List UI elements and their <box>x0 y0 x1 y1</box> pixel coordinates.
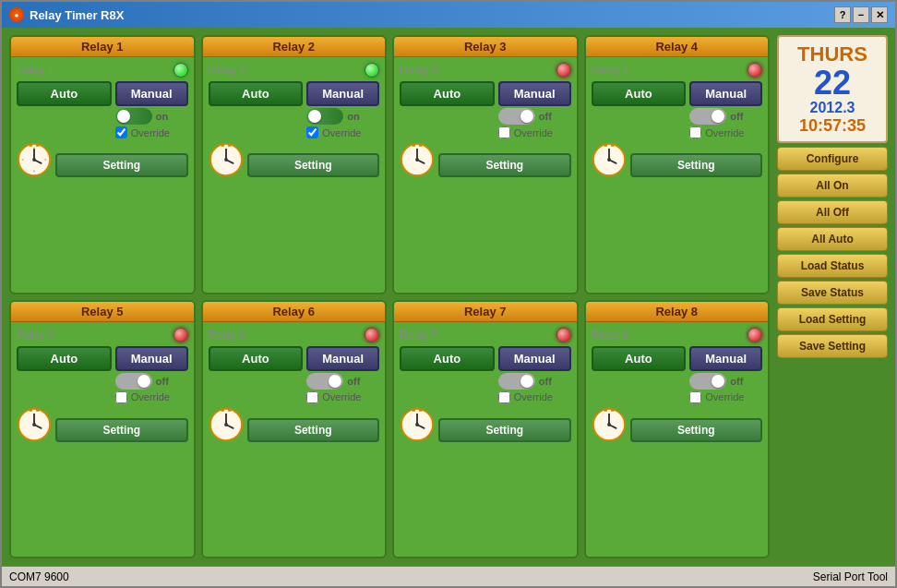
relay-4-status-row: Relay 4 <box>592 63 763 78</box>
relay-row-2: Relay 5 Relay 5 Auto Manual <box>9 300 770 559</box>
relay-1-auto-button[interactable]: Auto <box>17 81 112 106</box>
relay-8-manual-col: Manual off Overri <box>689 346 762 403</box>
save-status-button[interactable]: Save Status <box>777 281 888 305</box>
relay-1-override-checkbox[interactable] <box>115 126 127 138</box>
relay-4-toggle[interactable] <box>689 108 726 125</box>
relay-1-toggle[interactable] <box>115 108 152 125</box>
status-bar: COM7 9600 Serial Port Tool <box>2 566 895 586</box>
relay-5-toggle-label: off <box>156 376 169 387</box>
save-setting-button[interactable]: Save Setting <box>777 334 888 358</box>
relay-7-manual-button[interactable]: Manual <box>498 346 571 371</box>
relay-7-auto-button[interactable]: Auto <box>400 346 495 371</box>
relay-5-manual-button[interactable]: Manual <box>115 346 188 371</box>
relay-2-auto-button[interactable]: Auto <box>209 81 304 106</box>
relay-8-toggle-knob <box>712 375 724 388</box>
relay-5-toggle[interactable] <box>115 373 152 390</box>
relay-2-toggle-label: on <box>347 111 359 122</box>
load-status-button[interactable]: Load Status <box>777 254 888 278</box>
relays-container: Relay 1 Relay 1 Auto Manual <box>9 35 770 558</box>
relay-row-1: Relay 1 Relay 1 Auto Manual <box>9 35 770 294</box>
relay-8-override-checkbox[interactable] <box>689 391 701 403</box>
relay-5-body: Relay 5 Auto Manual <box>11 322 194 558</box>
relay-5-setting-button[interactable]: Setting <box>55 418 188 442</box>
relay-4-manual-button[interactable]: Manual <box>689 81 762 106</box>
relay-5-mid-row: Auto Manual off <box>17 346 188 403</box>
relay-7-toggle-row: off <box>498 373 571 390</box>
relay-5-toggle-knob <box>138 375 150 388</box>
relay-4-manual-col: Manual off Overri <box>689 81 762 138</box>
relay-7-override-checkbox[interactable] <box>498 391 510 403</box>
relay-5-auto-button[interactable]: Auto <box>17 346 112 371</box>
relay-8-manual-button[interactable]: Manual <box>689 346 762 371</box>
relay-2-status-row: Relay 2 <box>209 63 380 78</box>
relay-7-clock-icon <box>400 407 435 442</box>
svg-rect-10 <box>36 144 40 147</box>
relay-2-toggle-row: on <box>306 108 379 125</box>
relay-2-override-checkbox[interactable] <box>306 126 318 138</box>
relay-2-manual-col: Manual on Overrid <box>306 81 379 138</box>
relay-2-setting-button[interactable]: Setting <box>247 153 380 177</box>
relay-3-auto-button[interactable]: Auto <box>400 81 495 106</box>
minimize-button[interactable]: − <box>853 6 869 23</box>
relay-3-body: Relay 3 Auto Manual <box>394 57 577 293</box>
help-button[interactable]: ? <box>834 6 851 23</box>
relay-4-label: Relay 4 <box>592 64 629 77</box>
relay-6-toggle[interactable] <box>306 373 343 390</box>
relay-5-manual-col: Manual off Overri <box>115 346 188 403</box>
relay-6-setting-button[interactable]: Setting <box>247 418 380 442</box>
tool-name: Serial Port Tool <box>813 570 888 583</box>
all-off-button[interactable]: All Off <box>777 200 888 224</box>
relay-3-manual-button[interactable]: Manual <box>498 81 571 106</box>
svg-rect-17 <box>227 144 231 147</box>
relay-1-setting-button[interactable]: Setting <box>55 153 188 177</box>
relay-1-toggle-knob <box>117 110 130 123</box>
relay-2-label: Relay 2 <box>209 64 246 77</box>
relay-4-auto-button[interactable]: Auto <box>592 81 687 106</box>
relay-6-override-checkbox[interactable] <box>306 391 318 403</box>
relay-1-body: Relay 1 Auto Manual <box>11 57 194 293</box>
svg-rect-37 <box>29 408 32 411</box>
relay-5-override-checkbox[interactable] <box>115 391 127 403</box>
relay-3-toggle[interactable] <box>498 108 535 125</box>
relay-8-auto-button[interactable]: Auto <box>592 346 687 371</box>
relay-4-setting-button[interactable]: Setting <box>630 153 763 177</box>
relay-8-override-row: Override <box>689 391 762 403</box>
relay-7-setting-button[interactable]: Setting <box>438 418 571 442</box>
relay-7-bottom: Setting <box>400 407 571 442</box>
load-setting-button[interactable]: Load Setting <box>777 307 888 331</box>
relay-8-setting-button[interactable]: Setting <box>630 418 763 442</box>
relay-1-led <box>173 63 188 78</box>
day-number: 22 <box>784 66 880 100</box>
main-window: ● Relay Timer R8X ? − ✕ Relay 1 Relay 1 <box>0 0 897 588</box>
relay-3-override-checkbox[interactable] <box>498 126 510 138</box>
svg-rect-23 <box>412 144 415 147</box>
relay-6-auto-button[interactable]: Auto <box>209 346 304 371</box>
relay-4-override-row: Override <box>689 126 762 138</box>
relay-4-body: Relay 4 Auto Manual <box>586 57 769 293</box>
relay-7-override-row: Override <box>498 391 571 403</box>
relay-3-toggle-label: off <box>539 111 552 122</box>
relay-1-manual-button[interactable]: Manual <box>115 81 188 106</box>
relay-8-toggle-row: off <box>689 373 762 390</box>
relay-5-title: Relay 5 <box>11 302 194 322</box>
svg-rect-59 <box>610 408 614 411</box>
svg-rect-38 <box>36 408 40 411</box>
relay-5-led <box>173 328 188 342</box>
all-auto-button[interactable]: All Auto <box>777 227 888 251</box>
configure-button[interactable]: Configure <box>777 147 888 171</box>
relay-2-override-row: Override <box>306 126 379 138</box>
svg-rect-24 <box>419 144 423 147</box>
relay-3-toggle-knob <box>520 110 533 123</box>
relay-2-manual-button[interactable]: Manual <box>306 81 379 106</box>
relay-6-manual-button[interactable]: Manual <box>306 346 379 371</box>
relay-8-toggle[interactable] <box>689 373 726 390</box>
relay-1-override-label: Override <box>131 127 170 138</box>
relay-7-toggle[interactable] <box>498 373 535 390</box>
relay-7-body: Relay 7 Auto Manual <box>394 322 577 558</box>
relay-3-setting-button[interactable]: Setting <box>438 153 571 177</box>
relay-2-toggle[interactable] <box>306 108 343 125</box>
relay-1-toggle-row: on <box>115 108 188 125</box>
all-on-button[interactable]: All On <box>777 174 888 198</box>
relay-4-override-checkbox[interactable] <box>689 126 701 138</box>
close-button[interactable]: ✕ <box>871 6 888 23</box>
